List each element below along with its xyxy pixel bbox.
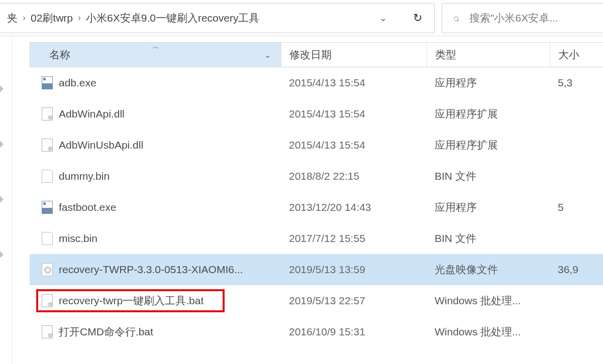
cell-date: 2015/4/13 15:54 xyxy=(281,139,427,151)
file-name: AdbWinUsbApi.dll xyxy=(59,139,143,151)
column-size[interactable]: 大小 xyxy=(550,43,603,67)
iso-file-icon xyxy=(42,263,53,276)
cell-name: 打开CMD命令行.bat xyxy=(30,325,281,339)
dll-file-icon xyxy=(42,107,53,120)
file-name: recovery-twrp一键刷入工具.bat xyxy=(59,294,204,308)
search-icon: ⌕ xyxy=(453,12,459,24)
cell-name: adb.exe xyxy=(30,76,281,89)
cell-type: BIN 文件 xyxy=(427,169,550,183)
file-name: recovery-TWRP-3.3.0-0513-XIAOMI6... xyxy=(59,264,243,276)
breadcrumb-item[interactable]: 夹 xyxy=(7,11,18,25)
cell-date: 2015/4/13 15:54 xyxy=(281,77,427,89)
bin-file-icon xyxy=(42,232,53,245)
cell-name: fastboot.exe xyxy=(30,201,281,214)
column-name-label: 名称 xyxy=(49,48,70,62)
bin-file-icon xyxy=(42,170,53,183)
sidebar-sliver xyxy=(0,36,12,364)
chevron-right-icon: › xyxy=(23,13,26,23)
pin-icon xyxy=(0,85,4,92)
cell-date: 2015/4/13 15:54 xyxy=(281,108,427,120)
toolbar: 夹 › 02刷twrp › 小米6X安卓9.0一键刷入recovery工具 ⌄ … xyxy=(0,0,603,36)
cell-size: 36,9 xyxy=(550,264,603,276)
table-row[interactable]: AdbWinUsbApi.dll2015/4/13 15:54应用程序扩展 xyxy=(30,130,603,161)
chevron-right-icon: › xyxy=(78,13,81,23)
refresh-icon[interactable]: ↻ xyxy=(410,9,425,28)
file-name: fastboot.exe xyxy=(59,201,116,213)
search-placeholder: 搜索"小米6X安卓... xyxy=(469,11,558,25)
cell-type: 应用程序 xyxy=(427,76,550,90)
search-input[interactable]: ⌕ 搜索"小米6X安卓... xyxy=(442,3,603,33)
file-name: 打开CMD命令行.bat xyxy=(59,325,153,339)
table-row[interactable]: dummy.bin2018/8/2 22:15BIN 文件 xyxy=(30,161,603,192)
cell-type: 应用程序扩展 xyxy=(427,138,550,152)
cell-date: 2013/12/20 14:43 xyxy=(281,201,427,213)
breadcrumb-item[interactable]: 小米6X安卓9.0一键刷入recovery工具 xyxy=(86,11,259,25)
file-name: misc.bin xyxy=(59,232,97,245)
cell-type: 应用程序扩展 xyxy=(427,107,550,121)
cell-type: Windows 批处理... xyxy=(427,294,550,308)
table-row[interactable]: misc.bin2017/7/12 15:55BIN 文件 xyxy=(30,223,603,254)
column-size-label: 大小 xyxy=(558,48,579,62)
table-row[interactable]: fastboot.exe2013/12/20 14:43应用程序5 xyxy=(30,192,603,223)
chevron-down-icon[interactable]: ⌄ xyxy=(376,10,390,27)
column-date[interactable]: 修改日期 xyxy=(281,43,427,67)
cell-name: recovery-TWRP-3.3.0-0513-XIAOMI6... xyxy=(30,263,281,276)
column-date-label: 修改日期 xyxy=(289,48,332,62)
pin-icon xyxy=(0,251,4,258)
cell-size: 5,3 xyxy=(550,77,603,89)
table-row[interactable]: recovery-TWRP-3.3.0-0513-XIAOMI6...2019/… xyxy=(30,254,603,285)
pin-icon xyxy=(0,196,4,203)
cell-name: AdbWinApi.dll xyxy=(30,107,281,120)
column-name[interactable]: ︿ 名称 ⌄ xyxy=(30,43,281,67)
chevron-down-icon[interactable]: ⌄ xyxy=(264,50,273,60)
table-row[interactable]: recovery-twrp一键刷入工具.bat2019/5/13 22:57Wi… xyxy=(30,285,603,316)
cell-type: BIN 文件 xyxy=(427,231,550,246)
column-type-label: 类型 xyxy=(435,48,456,62)
cell-name: misc.bin xyxy=(30,232,281,245)
cell-type: 光盘映像文件 xyxy=(427,263,550,277)
cell-date: 2017/7/12 15:55 xyxy=(281,232,427,245)
cell-type: 应用程序 xyxy=(427,200,550,214)
file-name: dummy.bin xyxy=(59,170,110,182)
cell-date: 2018/8/2 22:15 xyxy=(281,170,427,182)
pin-icon xyxy=(0,141,4,148)
table-row[interactable]: AdbWinApi.dll2015/4/13 15:54应用程序扩展 xyxy=(30,98,603,130)
cell-date: 2016/10/9 15:31 xyxy=(281,326,427,338)
cell-date: 2019/5/13 22:57 xyxy=(281,295,427,307)
file-list: adb.exe2015/4/13 15:54应用程序5,3AdbWinApi.d… xyxy=(30,67,603,347)
column-header: ︿ 名称 ⌄ 修改日期 类型 大小 xyxy=(30,42,603,67)
file-name: adb.exe xyxy=(59,77,96,89)
cell-name: AdbWinUsbApi.dll xyxy=(30,139,281,152)
column-type[interactable]: 类型 xyxy=(427,43,550,67)
cell-size: 5 xyxy=(550,201,603,213)
address-bar[interactable]: 夹 › 02刷twrp › 小米6X安卓9.0一键刷入recovery工具 ⌄ … xyxy=(0,3,435,33)
cell-type: Windows 批处理... xyxy=(427,325,550,339)
cell-date: 2019/5/13 13:59 xyxy=(281,264,427,276)
sort-ascending-icon: ︿ xyxy=(152,42,159,51)
bat-file-icon xyxy=(42,325,53,338)
file-name: AdbWinApi.dll xyxy=(59,108,125,120)
cell-name: dummy.bin xyxy=(30,170,281,183)
dll-file-icon xyxy=(42,139,53,152)
exe-file-icon xyxy=(42,76,53,89)
breadcrumb-item[interactable]: 02刷twrp xyxy=(31,11,73,25)
table-row[interactable]: adb.exe2015/4/13 15:54应用程序5,3 xyxy=(30,67,603,98)
exe-file-icon xyxy=(42,201,53,214)
bat-file-icon xyxy=(42,294,53,307)
cell-name: recovery-twrp一键刷入工具.bat xyxy=(30,294,281,308)
table-row[interactable]: 打开CMD命令行.bat2016/10/9 15:31Windows 批处理..… xyxy=(30,316,603,347)
